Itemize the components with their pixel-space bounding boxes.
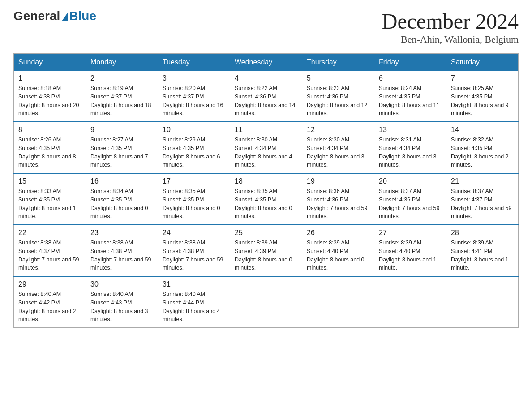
day-info: Sunrise: 8:40 AMSunset: 4:44 PMDaylight:… <box>163 290 225 324</box>
table-row: 9 Sunrise: 8:27 AMSunset: 4:35 PMDayligh… <box>86 122 158 173</box>
day-info: Sunrise: 8:35 AMSunset: 4:35 PMDaylight:… <box>235 187 297 221</box>
day-info: Sunrise: 8:27 AMSunset: 4:35 PMDaylight:… <box>90 136 153 169</box>
day-info: Sunrise: 8:33 AMSunset: 4:35 PMDaylight:… <box>18 187 81 221</box>
title-section: December 2024 Ben-Ahin, Wallonia, Belgiu… <box>382 9 519 45</box>
table-row: 31 Sunrise: 8:40 AMSunset: 4:44 PMDaylig… <box>158 276 230 328</box>
table-row: 6 Sunrise: 8:24 AMSunset: 4:35 PMDayligh… <box>374 71 446 122</box>
day-info: Sunrise: 8:40 AMSunset: 4:42 PMDaylight:… <box>18 290 81 324</box>
day-info: Sunrise: 8:26 AMSunset: 4:35 PMDaylight:… <box>18 136 81 169</box>
day-info: Sunrise: 8:39 AMSunset: 4:40 PMDaylight:… <box>379 239 442 272</box>
day-info: Sunrise: 8:36 AMSunset: 4:36 PMDaylight:… <box>307 187 369 221</box>
day-number: 27 <box>379 229 442 237</box>
day-number: 8 <box>18 126 81 134</box>
table-row: 25 Sunrise: 8:39 AMSunset: 4:39 PMDaylig… <box>230 225 302 276</box>
calendar-week-row: 29 Sunrise: 8:40 AMSunset: 4:42 PMDaylig… <box>14 276 519 328</box>
table-row: 29 Sunrise: 8:40 AMSunset: 4:42 PMDaylig… <box>14 276 86 328</box>
table-row: 1 Sunrise: 8:18 AMSunset: 4:38 PMDayligh… <box>14 71 86 122</box>
table-row: 28 Sunrise: 8:39 AMSunset: 4:41 PMDaylig… <box>446 225 519 276</box>
day-number: 21 <box>451 177 514 185</box>
day-info: Sunrise: 8:22 AMSunset: 4:36 PMDaylight:… <box>235 84 297 118</box>
day-number: 16 <box>90 177 153 185</box>
table-row: 8 Sunrise: 8:26 AMSunset: 4:35 PMDayligh… <box>14 122 86 173</box>
day-info: Sunrise: 8:19 AMSunset: 4:37 PMDaylight:… <box>90 84 153 118</box>
table-row: 3 Sunrise: 8:20 AMSunset: 4:37 PMDayligh… <box>158 71 230 122</box>
day-info: Sunrise: 8:39 AMSunset: 4:39 PMDaylight:… <box>235 239 297 272</box>
header-sunday: Sunday <box>14 54 86 71</box>
day-number: 22 <box>18 229 81 237</box>
table-row: 26 Sunrise: 8:39 AMSunset: 4:40 PMDaylig… <box>302 225 374 276</box>
table-row: 16 Sunrise: 8:34 AMSunset: 4:35 PMDaylig… <box>86 173 158 225</box>
calendar-week-row: 15 Sunrise: 8:33 AMSunset: 4:35 PMDaylig… <box>14 173 519 225</box>
logo-general-text: General <box>13 9 60 23</box>
day-info: Sunrise: 8:20 AMSunset: 4:37 PMDaylight:… <box>163 84 225 118</box>
day-number: 29 <box>18 280 81 288</box>
day-number: 30 <box>90 280 153 288</box>
day-info: Sunrise: 8:38 AMSunset: 4:38 PMDaylight:… <box>163 239 225 272</box>
day-info: Sunrise: 8:25 AMSunset: 4:35 PMDaylight:… <box>451 84 514 118</box>
day-info: Sunrise: 8:30 AMSunset: 4:34 PMDaylight:… <box>235 136 297 169</box>
header-friday: Friday <box>374 54 446 71</box>
main-title: December 2024 <box>382 9 519 34</box>
table-row: 5 Sunrise: 8:23 AMSunset: 4:36 PMDayligh… <box>302 71 374 122</box>
day-number: 26 <box>307 229 369 237</box>
day-info: Sunrise: 8:39 AMSunset: 4:40 PMDaylight:… <box>307 239 369 272</box>
day-number: 28 <box>451 229 514 237</box>
day-number: 18 <box>235 177 297 185</box>
table-row: 23 Sunrise: 8:38 AMSunset: 4:38 PMDaylig… <box>86 225 158 276</box>
table-row: 12 Sunrise: 8:30 AMSunset: 4:34 PMDaylig… <box>302 122 374 173</box>
table-row: 22 Sunrise: 8:38 AMSunset: 4:37 PMDaylig… <box>14 225 86 276</box>
page-header: General Blue December 2024 Ben-Ahin, Wal… <box>13 9 519 45</box>
day-info: Sunrise: 8:23 AMSunset: 4:36 PMDaylight:… <box>307 84 369 118</box>
calendar-table: Sunday Monday Tuesday Wednesday Thursday… <box>13 53 519 328</box>
table-row: 14 Sunrise: 8:32 AMSunset: 4:35 PMDaylig… <box>446 122 519 173</box>
day-number: 13 <box>379 126 442 134</box>
day-info: Sunrise: 8:32 AMSunset: 4:35 PMDaylight:… <box>451 136 514 169</box>
table-row: 10 Sunrise: 8:29 AMSunset: 4:35 PMDaylig… <box>158 122 230 173</box>
day-number: 17 <box>163 177 225 185</box>
day-info: Sunrise: 8:31 AMSunset: 4:34 PMDaylight:… <box>379 136 442 169</box>
table-row: 18 Sunrise: 8:35 AMSunset: 4:35 PMDaylig… <box>230 173 302 225</box>
calendar-week-row: 1 Sunrise: 8:18 AMSunset: 4:38 PMDayligh… <box>14 71 519 122</box>
day-number: 11 <box>235 126 297 134</box>
day-info: Sunrise: 8:34 AMSunset: 4:35 PMDaylight:… <box>90 187 153 221</box>
day-info: Sunrise: 8:38 AMSunset: 4:38 PMDaylight:… <box>90 239 153 272</box>
day-number: 9 <box>90 126 153 134</box>
logo: General Blue <box>13 9 96 23</box>
subtitle: Ben-Ahin, Wallonia, Belgium <box>382 34 519 45</box>
table-row: 15 Sunrise: 8:33 AMSunset: 4:35 PMDaylig… <box>14 173 86 225</box>
table-row: 17 Sunrise: 8:35 AMSunset: 4:35 PMDaylig… <box>158 173 230 225</box>
table-row: 4 Sunrise: 8:22 AMSunset: 4:36 PMDayligh… <box>230 71 302 122</box>
header-thursday: Thursday <box>302 54 374 71</box>
table-row: 13 Sunrise: 8:31 AMSunset: 4:34 PMDaylig… <box>374 122 446 173</box>
table-row: 21 Sunrise: 8:37 AMSunset: 4:37 PMDaylig… <box>446 173 519 225</box>
day-number: 25 <box>235 229 297 237</box>
table-row: 27 Sunrise: 8:39 AMSunset: 4:40 PMDaylig… <box>374 225 446 276</box>
day-info: Sunrise: 8:37 AMSunset: 4:36 PMDaylight:… <box>379 187 442 221</box>
table-row: 24 Sunrise: 8:38 AMSunset: 4:38 PMDaylig… <box>158 225 230 276</box>
day-info: Sunrise: 8:35 AMSunset: 4:35 PMDaylight:… <box>163 187 225 221</box>
day-number: 14 <box>451 126 514 134</box>
day-number: 3 <box>163 74 225 82</box>
day-info: Sunrise: 8:39 AMSunset: 4:41 PMDaylight:… <box>451 239 514 272</box>
header-tuesday: Tuesday <box>158 54 230 71</box>
day-number: 10 <box>163 126 225 134</box>
day-number: 15 <box>18 177 81 185</box>
day-number: 6 <box>379 74 442 82</box>
table-row <box>446 276 519 328</box>
day-number: 31 <box>163 280 225 288</box>
header-saturday: Saturday <box>446 54 519 71</box>
table-row: 20 Sunrise: 8:37 AMSunset: 4:36 PMDaylig… <box>374 173 446 225</box>
day-number: 19 <box>307 177 369 185</box>
logo-blue-text: Blue <box>69 9 96 23</box>
header-monday: Monday <box>86 54 158 71</box>
calendar-week-row: 8 Sunrise: 8:26 AMSunset: 4:35 PMDayligh… <box>14 122 519 173</box>
day-number: 7 <box>451 74 514 82</box>
day-number: 20 <box>379 177 442 185</box>
header-wednesday: Wednesday <box>230 54 302 71</box>
logo-triangle-icon <box>62 12 68 21</box>
table-row: 30 Sunrise: 8:40 AMSunset: 4:43 PMDaylig… <box>86 276 158 328</box>
table-row: 7 Sunrise: 8:25 AMSunset: 4:35 PMDayligh… <box>446 71 519 122</box>
day-number: 5 <box>307 74 369 82</box>
day-number: 23 <box>90 229 153 237</box>
table-row <box>302 276 374 328</box>
